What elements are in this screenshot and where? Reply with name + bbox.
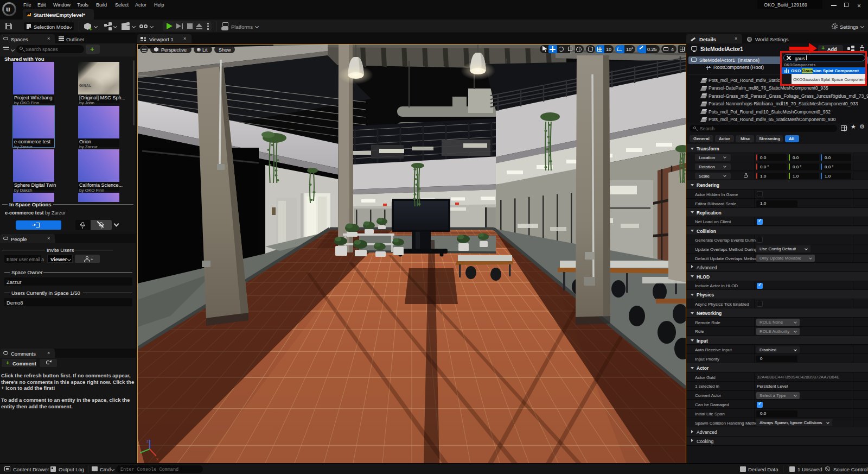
svg-text:x: x xyxy=(156,457,158,462)
svg-text:z: z xyxy=(146,439,149,444)
